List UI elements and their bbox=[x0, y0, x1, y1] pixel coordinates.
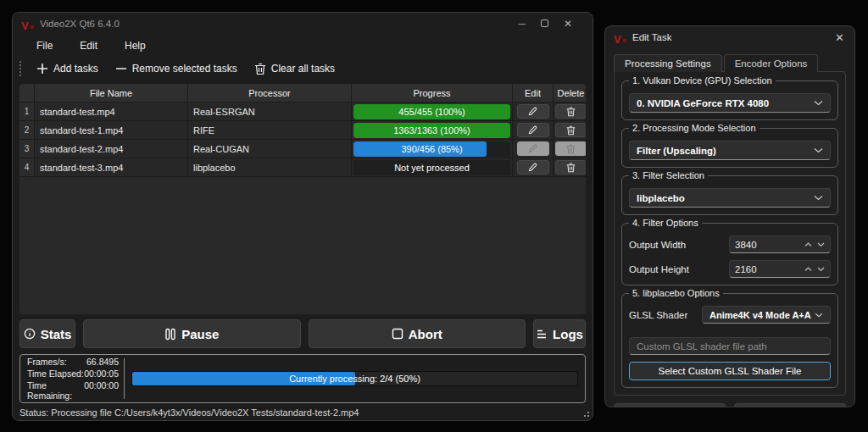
header-progress[interactable]: Progress bbox=[352, 84, 513, 102]
cell-edit bbox=[513, 140, 554, 158]
chevron-down-icon bbox=[814, 100, 823, 106]
status-bar: Status: Processing file C:/Users/k4yt3x/… bbox=[13, 403, 593, 420]
frames-label: Frames/s: bbox=[27, 357, 67, 367]
output-height-input[interactable] bbox=[735, 264, 804, 274]
abort-button[interactable]: Abort bbox=[309, 319, 526, 348]
row-number[interactable]: 2 bbox=[19, 121, 35, 140]
cancel-button[interactable]: Cancel bbox=[734, 403, 846, 407]
cell-file-name[interactable]: standard-test-2.mp4 bbox=[35, 140, 188, 158]
edit-task-button[interactable] bbox=[517, 141, 549, 156]
custom-shader-path-input[interactable] bbox=[629, 337, 831, 355]
chevron-down-icon[interactable] bbox=[817, 242, 825, 247]
row-number[interactable]: 3 bbox=[19, 140, 35, 158]
delete-task-button[interactable] bbox=[555, 160, 586, 174]
delete-task-button[interactable] bbox=[555, 141, 586, 156]
cell-processor[interactable]: RIFE bbox=[188, 121, 352, 140]
task-table-header: File Name Processor Progress Edit Delete bbox=[19, 84, 586, 102]
cell-file-name[interactable]: standard-test.mp4 bbox=[35, 102, 188, 121]
pause-button[interactable]: Pause bbox=[83, 319, 301, 348]
dialog-title: Edit Task bbox=[632, 32, 835, 42]
remove-selected-tasks-button[interactable]: Remove selected tasks bbox=[108, 59, 244, 78]
tab-processing-settings[interactable]: Processing Settings bbox=[614, 54, 722, 72]
row-number[interactable]: 4 bbox=[19, 158, 35, 177]
add-tasks-button[interactable]: Add tasks bbox=[30, 59, 105, 78]
chevron-down-icon bbox=[815, 313, 823, 318]
processing-mode-select[interactable]: Filter (Upscaling) bbox=[629, 141, 831, 160]
close-icon[interactable]: ✕ bbox=[564, 18, 572, 30]
frames-value: 66.8495 bbox=[86, 357, 119, 367]
minus-icon bbox=[115, 63, 127, 75]
row-progress-bar: 455/455 (100%) bbox=[353, 104, 510, 119]
header-edit[interactable]: Edit bbox=[513, 84, 554, 102]
menu-file[interactable]: File bbox=[25, 37, 64, 54]
chevron-down-icon bbox=[814, 195, 823, 201]
window-title: Video2X Qt6 6.4.0 bbox=[40, 19, 518, 29]
chevron-up-icon[interactable] bbox=[804, 267, 812, 272]
plus-icon bbox=[36, 63, 48, 75]
edit-task-button[interactable] bbox=[517, 104, 549, 119]
pencil-icon bbox=[528, 125, 537, 135]
main-titlebar[interactable]: V Video2X Qt6 6.4.0 ─ ✕ bbox=[13, 13, 593, 35]
cell-file-name[interactable]: standard-test-3.mp4 bbox=[35, 158, 188, 177]
delete-task-button[interactable] bbox=[555, 104, 586, 119]
tab-encoder-options[interactable]: Encoder Options bbox=[724, 54, 819, 72]
pencil-icon bbox=[528, 107, 537, 116]
dialog-tabs: Processing Settings Encoder Options bbox=[605, 48, 854, 71]
clear-all-tasks-button[interactable]: Clear all tasks bbox=[248, 59, 342, 79]
task-table-body: 1 standard-test.mp4 Real-ESRGAN 455/455 … bbox=[19, 102, 586, 177]
dialog-footer: Apply Cancel bbox=[605, 396, 854, 407]
row-progress-text: 390/456 (85%) bbox=[353, 141, 510, 157]
stats-button[interactable]: Stats bbox=[19, 319, 75, 348]
select-custom-shader-button[interactable]: Select Custom GLSL Shader File bbox=[629, 362, 831, 380]
cell-edit bbox=[513, 102, 554, 121]
row-progress-text: 1363/1363 (100%) bbox=[353, 123, 510, 138]
maximize-icon[interactable] bbox=[541, 18, 548, 30]
row-progress-bar: 1363/1363 (100%) bbox=[353, 123, 510, 138]
resize-grip[interactable] bbox=[582, 410, 589, 417]
menu-help[interactable]: Help bbox=[113, 37, 158, 54]
cell-processor[interactable]: libplacebo bbox=[188, 158, 352, 177]
trash-icon bbox=[566, 144, 576, 154]
delete-task-button[interactable] bbox=[555, 123, 586, 137]
row-number[interactable]: 1 bbox=[19, 102, 35, 121]
glsl-shader-select[interactable]: Anime4K v4 Mode A+A bbox=[702, 306, 831, 324]
row-progress-bar: Not yet processed bbox=[353, 160, 510, 175]
menu-edit[interactable]: Edit bbox=[68, 37, 109, 54]
processing-mode-group: 2. Processing Mode Selection Filter (Ups… bbox=[621, 128, 838, 168]
elapsed-value: 00:00:05 bbox=[84, 368, 119, 379]
header-delete[interactable]: Delete bbox=[554, 84, 586, 102]
chevron-up-icon[interactable] bbox=[804, 242, 812, 247]
main-window: V Video2X Qt6 6.4.0 ─ ✕ File Edit Help A… bbox=[12, 12, 593, 421]
video2x-logo-icon: V bbox=[21, 18, 33, 30]
edit-task-button[interactable] bbox=[517, 123, 549, 137]
minimize-icon[interactable]: ─ bbox=[518, 18, 526, 30]
header-file-name[interactable]: File Name bbox=[35, 84, 188, 102]
menubar: File Edit Help bbox=[13, 35, 593, 56]
pause-icon bbox=[164, 328, 176, 341]
logs-button[interactable]: Logs bbox=[533, 319, 586, 348]
dialog-titlebar[interactable]: V Edit Task ✕ bbox=[605, 26, 854, 48]
close-icon[interactable]: ✕ bbox=[835, 31, 844, 44]
video2x-logo-icon: V bbox=[614, 31, 626, 43]
pencil-icon bbox=[528, 144, 537, 153]
output-width-input[interactable] bbox=[735, 240, 804, 250]
vulkan-device-select[interactable]: 0. NVIDIA GeForce RTX 4080 bbox=[629, 93, 831, 113]
apply-button[interactable]: Apply bbox=[614, 403, 726, 407]
header-processor[interactable]: Processor bbox=[188, 84, 352, 102]
cell-progress: 455/455 (100%) bbox=[352, 102, 513, 121]
cell-progress: Not yet processed bbox=[352, 158, 513, 177]
cell-progress: 390/456 (85%) bbox=[352, 140, 513, 158]
vulkan-device-group-title: 1. Vulkan Device (GPU) Selection bbox=[629, 75, 776, 86]
processing-mode-group-title: 2. Processing Mode Selection bbox=[629, 123, 760, 133]
toolbar-drag-handle[interactable] bbox=[19, 61, 21, 76]
toolbar: Add tasks Remove selected tasks Clear al… bbox=[13, 56, 593, 81]
elapsed-label: Time Elapsed: bbox=[27, 368, 84, 379]
cell-delete bbox=[554, 121, 586, 140]
stats-panel: Frames/s:66.8495 Time Elapsed:00:00:05 T… bbox=[19, 354, 586, 403]
cell-file-name[interactable]: standard-test-1.mp4 bbox=[35, 121, 188, 140]
cell-processor[interactable]: Real-CUGAN bbox=[188, 140, 352, 158]
edit-task-button[interactable] bbox=[517, 160, 549, 174]
cell-processor[interactable]: Real-ESRGAN bbox=[188, 102, 352, 121]
chevron-down-icon[interactable] bbox=[817, 267, 825, 272]
filter-select[interactable]: libplacebo bbox=[629, 188, 831, 208]
